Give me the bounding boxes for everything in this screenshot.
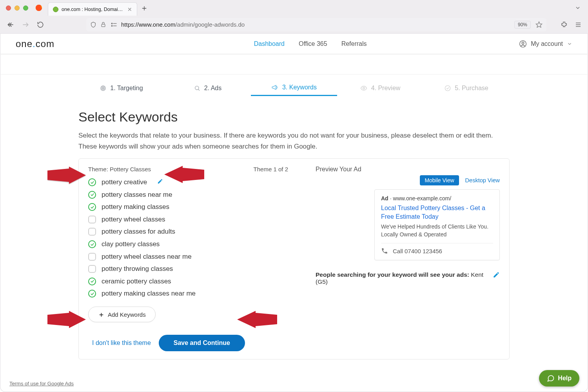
svg-point-8 <box>111 25 112 26</box>
add-keywords-button[interactable]: ＋ Add Keywords <box>88 307 156 322</box>
keyword-item[interactable]: clay pottery classes <box>88 240 300 249</box>
checkbox-checked-icon[interactable] <box>88 278 96 285</box>
zoom-badge[interactable]: 90% <box>514 21 531 29</box>
keyword-label: pottery wheel classes <box>102 216 165 223</box>
checkbox-checked-icon[interactable] <box>88 178 96 186</box>
bookmark-star-icon[interactable] <box>535 21 543 28</box>
chevron-down-icon <box>567 41 572 47</box>
wizard-steps: 1. Targeting 2. Ads 3. Keywords 4. Previ… <box>78 84 510 96</box>
checkbox-unchecked-icon[interactable] <box>88 216 96 223</box>
url-text: https://www.one.com/admin/google-adwords… <box>121 21 245 28</box>
tab-close-icon[interactable]: ✕ <box>127 6 132 13</box>
save-continue-button[interactable]: Save and Continue <box>159 335 245 351</box>
ad-title: Local Trusted Pottery Classes - Get a Fr… <box>381 204 493 221</box>
checkbox-checked-icon[interactable] <box>88 240 96 248</box>
favicon-icon <box>53 7 58 12</box>
forward-button[interactable] <box>21 20 30 29</box>
preview-label: Preview Your Ad <box>316 166 500 173</box>
keyword-item[interactable]: pottery classes for adults <box>88 227 300 236</box>
keyword-item[interactable]: pottery classes near me <box>88 191 300 199</box>
keyword-item[interactable]: pottery making classes <box>88 203 300 211</box>
keywords-panel: Theme: Pottery Classes Theme 1 of 2 pott… <box>78 158 510 359</box>
step-keywords[interactable]: 3. Keywords <box>251 84 337 96</box>
keyword-label: clay pottery classes <box>102 240 160 248</box>
keyword-label: ceramic pottery classes <box>102 278 171 285</box>
browser-tab[interactable]: one.com : Hosting, Domain, Em... ✕ <box>48 2 137 16</box>
help-button[interactable]: Help <box>539 370 579 387</box>
mobile-view-tab[interactable]: Mobile View <box>420 175 459 185</box>
close-window-icon[interactable] <box>6 5 11 11</box>
app-menu-icon[interactable] <box>575 21 582 28</box>
ad-preview-card: Ad·www.one-example.com/ Local Trusted Po… <box>374 189 500 260</box>
checkbox-unchecked-icon[interactable] <box>88 228 96 236</box>
checkbox-checked-icon[interactable] <box>88 290 96 298</box>
svg-point-19 <box>195 86 198 89</box>
keyword-label: pottery making classes near me <box>102 290 196 298</box>
ad-url-line: Ad·www.one-example.com/ <box>381 195 493 201</box>
window-controls[interactable] <box>6 5 28 11</box>
annotation-arrow <box>47 311 87 333</box>
firefox-icon <box>35 4 42 11</box>
target-icon <box>100 85 106 91</box>
svg-point-21 <box>363 87 365 89</box>
step-ads[interactable]: 2. Ads <box>165 84 251 96</box>
lock-icon <box>100 22 106 27</box>
step-targeting[interactable]: 1. Targeting <box>78 84 165 96</box>
checkbox-checked-icon[interactable] <box>88 203 96 211</box>
checkbox-unchecked-icon[interactable] <box>88 265 96 273</box>
keyword-label: pottery throwing classes <box>102 265 173 273</box>
edit-keyword-icon[interactable] <box>157 178 163 186</box>
reload-button[interactable] <box>36 20 45 29</box>
tabs-dropdown-icon[interactable] <box>575 5 581 11</box>
svg-marker-23 <box>47 167 86 184</box>
step-purchase[interactable]: 5. Purchase <box>423 84 510 96</box>
keyword-label: pottery classes near me <box>102 191 172 199</box>
logo[interactable]: one.com <box>16 38 54 49</box>
phone-icon <box>381 247 388 254</box>
keyword-item[interactable]: ceramic pottery classes <box>88 277 300 286</box>
extensions-icon[interactable] <box>561 21 568 28</box>
page-title: Select Keywords <box>78 109 510 125</box>
svg-marker-25 <box>47 311 86 328</box>
keyword-item[interactable]: pottery wheel classes near me <box>88 252 300 261</box>
keyword-label: pottery wheel classes near me <box>102 253 192 261</box>
nav-dashboard[interactable]: Dashboard <box>254 40 285 47</box>
nav-referrals[interactable]: Referrals <box>341 40 367 47</box>
keyword-item[interactable]: pottery creative <box>88 178 300 187</box>
account-menu[interactable]: My account <box>519 40 572 48</box>
desktop-view-tab[interactable]: Desktop View <box>465 177 500 183</box>
svg-point-22 <box>445 85 450 91</box>
theme-count: Theme 1 of 2 <box>254 166 288 172</box>
address-bar[interactable]: https://www.one.com/admin/google-adwords… <box>86 18 546 31</box>
ad-call-row[interactable]: Call 07400 123456 <box>381 243 493 254</box>
dislike-theme-link[interactable]: I don't like this theme <box>92 339 151 347</box>
megaphone-icon <box>271 84 278 91</box>
check-circle-icon <box>445 85 451 91</box>
step-preview[interactable]: 4. Preview <box>337 84 423 96</box>
keyword-item[interactable]: pottery throwing classes <box>88 265 300 273</box>
terms-link[interactable]: Terms of use for Google Ads <box>9 381 74 387</box>
svg-point-18 <box>103 88 103 89</box>
new-tab-button[interactable]: ＋ <box>139 2 150 13</box>
back-button[interactable] <box>6 20 15 29</box>
keyword-label: pottery classes for adults <box>102 228 175 236</box>
permissions-icon <box>110 22 117 27</box>
tab-title: one.com : Hosting, Domain, Em... <box>62 7 124 12</box>
svg-point-6 <box>111 23 112 24</box>
page-intro: Select the keywords that relate to your … <box>78 130 510 152</box>
svg-rect-5 <box>102 24 105 27</box>
checkbox-checked-icon[interactable] <box>88 191 96 199</box>
edit-location-icon[interactable] <box>493 271 500 278</box>
svg-point-15 <box>522 42 524 44</box>
svg-line-20 <box>198 89 199 90</box>
keyword-item[interactable]: pottery wheel classes <box>88 215 300 224</box>
keyword-label: pottery creative <box>102 178 147 186</box>
minimize-window-icon[interactable] <box>15 5 20 11</box>
keyword-item[interactable]: pottery making classes near me <box>88 289 300 298</box>
eye-icon <box>360 85 367 92</box>
maximize-window-icon[interactable] <box>23 5 28 11</box>
user-icon <box>519 40 527 48</box>
ad-description: We've Helped Hundreds of Clients Like Yo… <box>381 223 493 238</box>
checkbox-unchecked-icon[interactable] <box>88 253 96 261</box>
nav-office365[interactable]: Office 365 <box>299 40 327 47</box>
